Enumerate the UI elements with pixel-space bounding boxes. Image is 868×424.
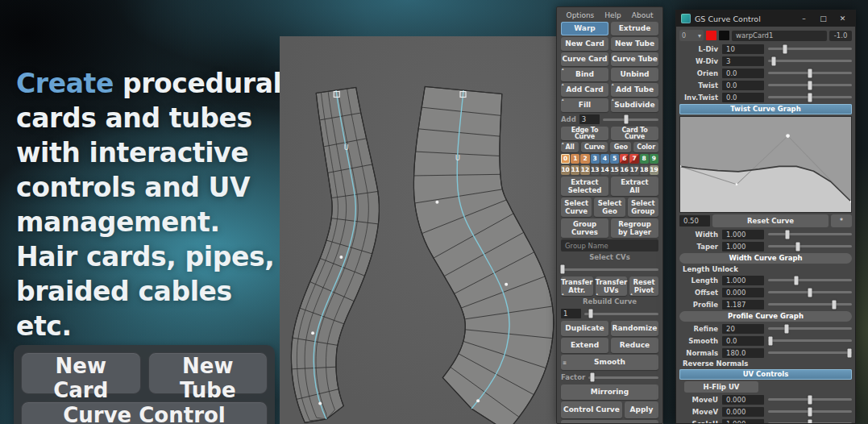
- slider-handle[interactable]: [808, 395, 812, 404]
- slider-track[interactable]: [588, 376, 658, 379]
- curve-control-window-button[interactable]: Curve Control Window: [21, 401, 268, 424]
- color-index-16[interactable]: 16: [620, 165, 629, 175]
- slider-value-field[interactable]: 10: [722, 44, 764, 54]
- slider-track[interactable]: [768, 245, 852, 247]
- button-select-curve[interactable]: SelectCurve: [561, 197, 592, 217]
- profile-curve-graph-header[interactable]: Profile Curve Graph: [679, 311, 852, 322]
- menu-options[interactable]: Options: [567, 11, 595, 19]
- new-tube-button[interactable]: New Tube: [148, 352, 268, 394]
- aux-value-field[interactable]: -1.0: [829, 31, 852, 41]
- slider-track[interactable]: [561, 268, 658, 271]
- slider-value-field[interactable]: 3: [579, 114, 600, 124]
- slider-value-field[interactable]: 20: [722, 324, 764, 334]
- slider-value-field[interactable]: 3: [722, 56, 764, 66]
- color-index-8[interactable]: 8: [640, 154, 649, 164]
- color-index-10[interactable]: 10: [561, 165, 570, 175]
- slider-handle[interactable]: [772, 56, 776, 65]
- button-regroup-by-layer[interactable]: Regroupby Layer: [611, 218, 658, 238]
- slider-value-field[interactable]: 1.187: [722, 300, 764, 310]
- button-transfer-uvs[interactable]: TransferUVs▴: [596, 276, 628, 296]
- slider-track[interactable]: [584, 313, 658, 315]
- button-new-card[interactable]: New Card: [561, 37, 608, 51]
- index-dropdown[interactable]: 0 ▾: [679, 30, 704, 41]
- slider-handle[interactable]: [847, 348, 851, 357]
- slider-handle[interactable]: [785, 230, 789, 239]
- color-index-12[interactable]: 12: [580, 165, 589, 175]
- slider-value-field[interactable]: 0.000: [722, 395, 764, 405]
- button-curve[interactable]: Curve: [581, 142, 608, 152]
- button-reduce[interactable]: Reduce: [611, 338, 658, 353]
- menu-about[interactable]: About: [632, 11, 654, 19]
- slider-value-field[interactable]: 0.0: [722, 93, 764, 102]
- button-add-tube[interactable]: Add Tube▴: [611, 83, 658, 97]
- slider-handle[interactable]: [591, 373, 595, 382]
- graph-aux-button[interactable]: *: [831, 214, 852, 227]
- button-new-tube[interactable]: New Tube: [611, 37, 658, 51]
- button-warp[interactable]: Warp: [561, 22, 608, 35]
- slider-handle[interactable]: [784, 324, 788, 333]
- slider-track[interactable]: [768, 60, 852, 62]
- menu-help[interactable]: Help: [604, 11, 621, 19]
- h-flip-uv-button[interactable]: H-Flip UV: [684, 381, 758, 393]
- slider-track[interactable]: [768, 72, 852, 74]
- slider-track[interactable]: [768, 398, 852, 401]
- slider-handle[interactable]: [808, 69, 812, 77]
- button-select-group[interactable]: SelectGroup: [628, 197, 658, 217]
- slider-value-field[interactable]: 0.000: [722, 288, 764, 297]
- button-add-card[interactable]: Add Card▴: [561, 83, 608, 97]
- button-smooth[interactable]: Smooth≡: [561, 355, 658, 370]
- twist-curve-graph-header[interactable]: Twist Curve Graph: [679, 104, 852, 114]
- slider-value-field[interactable]: 0.0: [722, 336, 764, 346]
- slider-handle[interactable]: [795, 276, 799, 285]
- color-index-7[interactable]: 7: [629, 154, 638, 164]
- slider-track[interactable]: [768, 422, 852, 423]
- slider-track[interactable]: [768, 291, 852, 293]
- color-index-14[interactable]: 14: [600, 165, 609, 175]
- button-group-curves[interactable]: GroupCurves: [561, 218, 608, 238]
- button-curve-card[interactable]: Curve Card: [561, 52, 608, 66]
- slider-track[interactable]: [768, 96, 852, 98]
- slider-handle[interactable]: [561, 265, 565, 274]
- slider-value-field[interactable]: 1.000: [722, 276, 764, 285]
- button-geo[interactable]: Geo: [610, 142, 631, 152]
- color-index-2[interactable]: 2: [580, 154, 589, 164]
- length-unlock-checkbox[interactable]: Length Unlock: [679, 265, 852, 273]
- slider-value-field[interactable]: 180.0: [722, 348, 764, 358]
- button-bind[interactable]: Bind▴: [561, 68, 608, 81]
- slider-track[interactable]: [768, 339, 852, 342]
- slider-track[interactable]: [768, 279, 852, 281]
- color-index-18[interactable]: 18: [640, 165, 649, 175]
- twist-curve-graph[interactable]: [679, 116, 852, 213]
- color-index-11[interactable]: 11: [571, 165, 579, 175]
- button-control-curve[interactable]: Control Curve: [561, 401, 622, 418]
- new-card-button[interactable]: New Card: [21, 352, 141, 394]
- slider-track[interactable]: [768, 410, 852, 413]
- slider-track[interactable]: [768, 84, 852, 86]
- color-index-13[interactable]: 13: [591, 165, 600, 175]
- reset-curve-button[interactable]: Reset Curve: [712, 214, 829, 227]
- slider-handle[interactable]: [808, 419, 812, 423]
- node-name-field[interactable]: warpCard1: [732, 31, 827, 41]
- slider-value-field[interactable]: 0.0: [722, 81, 764, 90]
- slider-handle[interactable]: [808, 81, 812, 89]
- slider-value-field[interactable]: 1: [561, 309, 581, 318]
- color-index-1[interactable]: 1: [571, 154, 579, 164]
- slider-handle[interactable]: [769, 336, 773, 345]
- slider-track[interactable]: [603, 118, 658, 121]
- minimize-button[interactable]: –: [796, 15, 812, 23]
- button-color[interactable]: Color: [633, 142, 658, 152]
- color-index-0[interactable]: 0: [561, 154, 570, 164]
- color-index-5[interactable]: 5: [610, 154, 619, 164]
- window-titlebar[interactable]: GS Curve Control – □ ✕: [676, 10, 855, 27]
- color-index-19[interactable]: 19: [650, 165, 658, 175]
- color-index-4[interactable]: 4: [600, 154, 609, 164]
- button-extract-all[interactable]: ExtractAll: [611, 177, 658, 196]
- button-duplicate[interactable]: Duplicate: [561, 321, 608, 336]
- slider-value-field[interactable]: 0.000: [722, 407, 764, 417]
- slider-handle[interactable]: [589, 310, 593, 318]
- close-button[interactable]: ✕: [835, 15, 850, 23]
- slider-handle[interactable]: [808, 288, 812, 297]
- slider-track[interactable]: [768, 327, 852, 330]
- slider-track[interactable]: [768, 48, 852, 50]
- slider-handle[interactable]: [624, 115, 628, 124]
